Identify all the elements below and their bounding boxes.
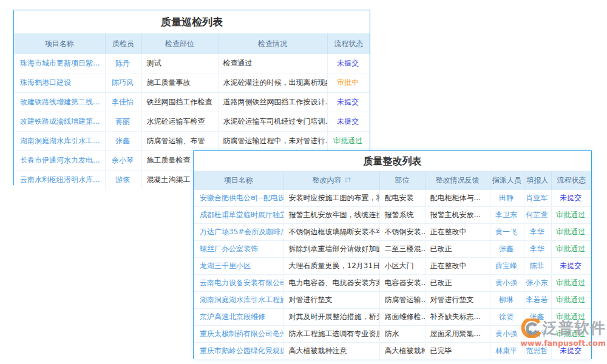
cell-project[interactable]: 重庆市鹅岭公园绿化景观提升... <box>194 343 283 360</box>
cell-inspector: 张鑫 <box>105 132 141 151</box>
inspection-col-part: 检查部位 <box>141 33 218 54</box>
cell-inspector: 陈丹 <box>105 54 141 73</box>
cell-status: 审批通过 <box>327 132 370 151</box>
rectification-col-feedback: 整改情况反馈 <box>425 171 490 190</box>
inspection-header-row: 项目名称 质检员 检查部位 检查情况 流程状态 <box>14 33 370 54</box>
cell-part: 小区大门 <box>379 258 425 275</box>
cell-project[interactable]: 湖南洞庭湖水库引水工... <box>14 132 105 151</box>
cell-assignee: 张鑫 <box>490 241 524 258</box>
cell-assignee: 徐贤 <box>490 309 524 326</box>
cell-status: 审批通过 <box>551 326 591 343</box>
rectification-header-row: 项目名称 整改内容 部位 整改情况反馈 指派人员 填报人 流程状态 <box>194 171 591 190</box>
cell-project[interactable]: 改建铁路成渝线增建第... <box>14 112 105 132</box>
cell-project[interactable]: 重庆太极制药有限公司亳州中... <box>194 326 283 343</box>
cell-assignee: 田静 <box>490 190 524 207</box>
cell-status: 审批通过 <box>551 292 591 309</box>
cell-feedback: 屋面采用聚氯... <box>425 326 490 343</box>
cell-project[interactable]: 云南水利枢纽潜明水库... <box>14 170 105 190</box>
table-row: 成都杜甫草堂临时展厅独立展...报警主机安放牢固，线缆连接...报警系统报警主机… <box>194 207 591 224</box>
table-row: 珠海市城市更新项目紫...陈丹测试检查通过未提交 <box>14 54 370 73</box>
cell-part: 防腐管运输、布管 <box>141 132 218 151</box>
cell-part: 路面维修检... <box>379 309 425 326</box>
cell-status: 未提交 <box>327 112 370 132</box>
cell-feedback: 已改正 <box>425 275 490 292</box>
cell-status: 审批通过 <box>551 275 591 292</box>
cell-reporter: 李华 <box>524 224 551 241</box>
rectification-col-project: 项目名称 <box>194 171 283 190</box>
rectification-title: 质量整改列表 <box>194 151 591 171</box>
rectification-col-content-label: 整改内容 <box>313 176 342 184</box>
cell-content: 报警主机安放牢固，线缆连接... <box>283 207 379 224</box>
cell-status: 未提交 <box>327 93 370 112</box>
cell-status: 审批通过 <box>551 309 591 326</box>
cell-content: 对其及时开展整治措施，桥头... <box>283 309 379 326</box>
cell-content: 不锈钢边框玻璃隔断安装不牢... <box>283 224 379 241</box>
cell-status: 未提交 <box>327 54 370 73</box>
cell-project[interactable]: 成都杜甫草堂临时展厅独立展... <box>194 207 283 224</box>
cell-feedback: 正在整改中 <box>425 224 490 241</box>
cell-project[interactable]: 改建铁路线增建第二线... <box>14 93 105 112</box>
cell-status: 审批通过 <box>551 224 591 241</box>
table-row: 湖南洞庭湖水库引水工程施工I标对管进行垫支防腐管运输...对管进行垫支柳琳李若若… <box>194 292 591 309</box>
cell-content: 高大植被栽种注意 <box>283 343 379 360</box>
table-row: 湖南洞庭湖水库引水工...张鑫防腐管运输、布管防腐管运输过程中，未对管进行...… <box>14 132 370 151</box>
cell-project[interactable]: 龙湖三千里小区 <box>194 258 283 275</box>
table-row: 重庆太极制药有限公司亳州中...防水工程施工选调有专业资质...防水屋面采用聚氯… <box>194 326 591 343</box>
cell-status: 审批通过 <box>551 207 591 224</box>
inspection-col-status: 流程状态 <box>327 33 370 54</box>
cell-project[interactable]: 螺丝厂办公室装饰 <box>194 241 283 258</box>
table-row: 改建铁路线增建第二线...李佳怡铁丝网围挡工作检查道路两侧铁丝网围挡工作按设计.… <box>14 93 370 112</box>
cell-reporter: 李华 <box>524 241 551 258</box>
table-row: 珠海鹤港口建设陈巧凤施工质量事故水泥砼灌注的时候，出现离析现象审批中 <box>14 73 370 93</box>
cell-project[interactable]: 京沪高速北京段维修 <box>194 309 283 326</box>
cell-situation: 水泥砼灌注的时候，出现离析现象 <box>218 73 327 93</box>
cell-reporter: 张鑫 <box>524 309 551 326</box>
cell-project[interactable]: 珠海鹤港口建设 <box>14 73 105 93</box>
cell-content: 电力电容器、电抗器安装方案,... <box>283 275 379 292</box>
cell-situation: 水泥砼运输车司机经过专门培训... <box>218 112 327 132</box>
cell-reporter: 李若若 <box>524 292 551 309</box>
table-row: 安徽合肥供电公司--配电设备...安装时应按施工图的布置，将...配电安装配电柜… <box>194 190 591 207</box>
rectification-col-reporter: 填报人 <box>524 171 551 190</box>
cell-reporter: 董清平 <box>524 326 551 343</box>
cell-project[interactable]: 珠海市城市更新项目紫... <box>14 54 105 73</box>
table-row: 万达广场35#会所及咖啡厅空...不锈钢边框玻璃隔断安装不牢...不锈钢安装..… <box>194 224 591 241</box>
cell-project[interactable]: 湖南洞庭湖水库引水工程施工I标 <box>194 292 283 309</box>
cell-part: 施工质量事故 <box>141 73 218 93</box>
cell-content: 拆除到承重墙部分请做好加固... <box>283 241 379 258</box>
cell-feedback: 报警主机安放... <box>425 207 490 224</box>
cell-status: 审批通过 <box>551 241 591 258</box>
table-row: 京沪高速北京段维修对其及时开展整治措施，桥头...路面维修检...补齐缺失标志.… <box>194 309 591 326</box>
cell-situation: 检查通过 <box>218 54 327 73</box>
cell-assignee: 林康平 <box>490 343 524 360</box>
cell-content: 防水工程施工选调有专业资质... <box>283 326 379 343</box>
cell-feedback: 对管进行垫支 <box>425 292 490 309</box>
rectification-col-part: 部位 <box>379 171 425 190</box>
cell-project[interactable]: 长春市伊通河水力发电... <box>14 151 105 170</box>
inspection-col-project: 项目名称 <box>14 33 105 54</box>
cell-part: 配电安装 <box>379 190 425 207</box>
table-row: 重庆市鹅岭公园绿化景观提升...高大植被栽种注意高大植被栽种已完毕林康平范思哲未… <box>194 343 591 360</box>
cell-project[interactable]: 安徽合肥供电公司--配电设备... <box>194 190 283 207</box>
cell-inspector: 陈巧凤 <box>105 73 141 93</box>
inspection-title: 质量巡检列表 <box>14 10 370 33</box>
cell-assignee: 黄小强 <box>490 275 524 292</box>
cell-part: 铁丝网围挡工作检查 <box>141 93 218 112</box>
cell-part: 测试 <box>141 54 218 73</box>
rectification-panel: 质量整改列表 项目名称 整改内容 部位 整改情况反馈 指派人员 填报人 流程状态… <box>193 150 592 359</box>
cell-status: 未提交 <box>551 258 591 275</box>
rectification-col-content[interactable]: 整改内容 <box>283 171 379 190</box>
table-row: 螺丝厂办公室装饰拆除到承重墙部分请做好加固...二至三楼混...已改正张鑫李华审… <box>194 241 591 258</box>
cell-assignee: 柳琳 <box>490 292 524 309</box>
cell-feedback: 补齐缺失标志... <box>425 309 490 326</box>
cell-project[interactable]: 云南电力设备安装有限公司20... <box>194 275 283 292</box>
cell-project[interactable]: 万达广场35#会所及咖啡厅空... <box>194 224 283 241</box>
cell-part: 报警系统 <box>379 207 425 224</box>
rectification-col-status: 流程状态 <box>551 171 591 190</box>
cell-assignee: 李卫东 <box>490 207 524 224</box>
rectification-table: 项目名称 整改内容 部位 整改情况反馈 指派人员 填报人 流程状态 安徽合肥供电… <box>194 171 591 359</box>
sort-icon[interactable] <box>344 177 351 185</box>
cell-reporter: 何芷萱 <box>524 207 551 224</box>
cell-assignee: 黄小强 <box>490 326 524 343</box>
cell-part: 防水 <box>379 326 425 343</box>
